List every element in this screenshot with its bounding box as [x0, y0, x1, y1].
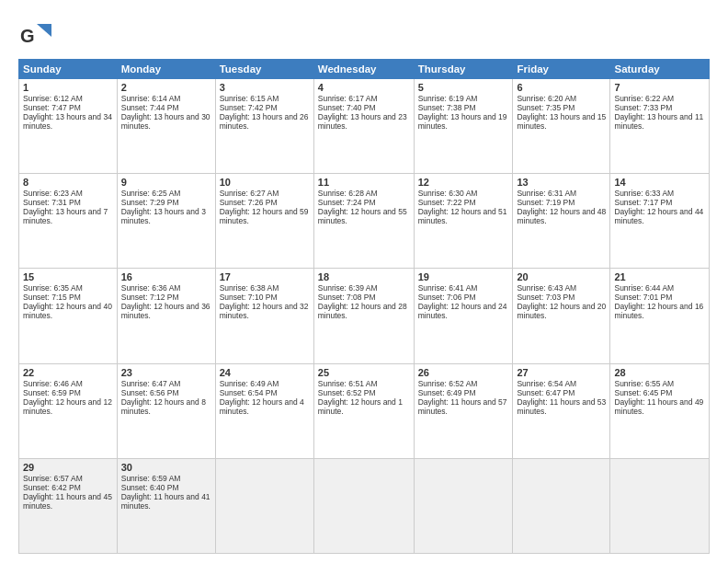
- calendar-cell: 16 Sunrise: 6:36 AM Sunset: 7:12 PM Dayl…: [117, 269, 215, 363]
- sunset-text: Sunset: 7:15 PM: [23, 293, 81, 302]
- calendar-cell: 13 Sunrise: 6:31 AM Sunset: 7:19 PM Dayl…: [513, 174, 610, 269]
- calendar-cell: [313, 458, 414, 553]
- day-number: 6: [517, 82, 606, 93]
- sunset-text: Sunset: 6:47 PM: [517, 388, 574, 397]
- calendar-cell: 3 Sunrise: 6:15 AM Sunset: 7:42 PM Dayli…: [215, 79, 313, 174]
- daylight-text: Daylight: 13 hours and 26 minutes.: [220, 112, 309, 131]
- sunrise-text: Sunrise: 6:15 AM: [220, 94, 279, 103]
- sunrise-text: Sunrise: 6:17 AM: [318, 94, 378, 103]
- sunset-text: Sunset: 7:03 PM: [517, 293, 574, 302]
- day-number: 19: [418, 271, 509, 282]
- calendar-cell: 22 Sunrise: 6:46 AM Sunset: 6:59 PM Dayl…: [19, 363, 118, 458]
- day-number: 14: [614, 177, 705, 188]
- day-number: 20: [517, 271, 606, 282]
- daylight-text: Daylight: 11 hours and 49 minutes.: [614, 397, 703, 416]
- sunset-text: Sunset: 7:26 PM: [220, 198, 278, 207]
- daylight-text: Daylight: 12 hours and 48 minutes.: [517, 207, 606, 225]
- calendar-week-row: 22 Sunrise: 6:46 AM Sunset: 6:59 PM Dayl…: [19, 363, 710, 458]
- calendar-cell: 18 Sunrise: 6:39 AM Sunset: 7:08 PM Dayl…: [313, 269, 414, 363]
- day-number: 26: [418, 367, 509, 378]
- calendar-cell: 30 Sunrise: 6:59 AM Sunset: 6:40 PM Dayl…: [117, 458, 215, 553]
- calendar-cell: 28 Sunrise: 6:55 AM Sunset: 6:45 PM Dayl…: [610, 363, 710, 458]
- logo: G: [18, 20, 55, 53]
- daylight-text: Daylight: 11 hours and 57 minutes.: [418, 397, 507, 416]
- sunrise-text: Sunrise: 6:54 AM: [517, 379, 576, 388]
- day-number: 29: [23, 462, 113, 473]
- sunrise-text: Sunrise: 6:33 AM: [614, 189, 674, 198]
- day-number: 2: [121, 82, 211, 93]
- day-number: 15: [23, 271, 113, 282]
- col-friday: Friday: [513, 60, 610, 79]
- daylight-text: Daylight: 12 hours and 28 minutes.: [318, 302, 407, 320]
- day-number: 21: [614, 271, 705, 282]
- sunset-text: Sunset: 7:33 PM: [614, 103, 672, 112]
- daylight-text: Daylight: 12 hours and 1 minute.: [318, 397, 403, 416]
- sunrise-text: Sunrise: 6:22 AM: [614, 94, 674, 103]
- daylight-text: Daylight: 13 hours and 7 minutes.: [23, 207, 108, 225]
- sunrise-text: Sunrise: 6:47 AM: [121, 379, 181, 388]
- sunrise-text: Sunrise: 6:23 AM: [23, 189, 83, 198]
- calendar-cell: 25 Sunrise: 6:51 AM Sunset: 6:52 PM Dayl…: [313, 363, 414, 458]
- day-number: 16: [121, 271, 211, 282]
- daylight-text: Daylight: 13 hours and 19 minutes.: [418, 112, 507, 131]
- sunset-text: Sunset: 6:59 PM: [23, 388, 81, 397]
- day-number: 13: [517, 177, 606, 188]
- sunset-text: Sunset: 6:52 PM: [318, 388, 376, 397]
- sunset-text: Sunset: 7:29 PM: [121, 198, 179, 207]
- day-number: 27: [517, 367, 606, 378]
- sunset-text: Sunset: 6:40 PM: [121, 483, 179, 492]
- calendar-cell: 24 Sunrise: 6:49 AM Sunset: 6:54 PM Dayl…: [215, 363, 313, 458]
- sunset-text: Sunset: 7:42 PM: [220, 103, 278, 112]
- sunrise-text: Sunrise: 6:25 AM: [121, 189, 181, 198]
- sunset-text: Sunset: 7:35 PM: [517, 103, 574, 112]
- sunrise-text: Sunrise: 6:28 AM: [318, 189, 378, 198]
- day-number: 3: [220, 82, 310, 93]
- sunset-text: Sunset: 7:44 PM: [121, 103, 179, 112]
- sunrise-text: Sunrise: 6:19 AM: [418, 94, 478, 103]
- daylight-text: Daylight: 12 hours and 8 minutes.: [121, 397, 206, 416]
- daylight-text: Daylight: 12 hours and 32 minutes.: [220, 302, 309, 320]
- daylight-text: Daylight: 13 hours and 11 minutes.: [614, 112, 703, 131]
- sunset-text: Sunset: 7:24 PM: [318, 198, 376, 207]
- sunset-text: Sunset: 7:10 PM: [220, 293, 278, 302]
- sunrise-text: Sunrise: 6:44 AM: [614, 283, 674, 293]
- calendar-week-row: 15 Sunrise: 6:35 AM Sunset: 7:15 PM Dayl…: [19, 269, 710, 363]
- sunset-text: Sunset: 7:40 PM: [318, 103, 376, 112]
- sunset-text: Sunset: 7:01 PM: [614, 293, 672, 302]
- sunset-text: Sunset: 7:22 PM: [418, 198, 476, 207]
- calendar-cell: [513, 458, 610, 553]
- sunrise-text: Sunrise: 6:38 AM: [220, 283, 279, 293]
- calendar-cell: [215, 458, 313, 553]
- calendar-cell: [610, 458, 710, 553]
- calendar-page: G Sunday Monday Tuesday Wednesday Thursd…: [0, 0, 728, 563]
- sunset-text: Sunset: 7:17 PM: [614, 198, 672, 207]
- sunrise-text: Sunrise: 6:20 AM: [517, 94, 576, 103]
- day-number: 10: [220, 177, 310, 188]
- calendar-cell: 6 Sunrise: 6:20 AM Sunset: 7:35 PM Dayli…: [513, 79, 610, 174]
- daylight-text: Daylight: 12 hours and 36 minutes.: [121, 302, 210, 320]
- sunset-text: Sunset: 6:56 PM: [121, 388, 179, 397]
- day-number: 24: [220, 367, 310, 378]
- calendar-week-row: 1 Sunrise: 6:12 AM Sunset: 7:47 PM Dayli…: [19, 79, 710, 174]
- daylight-text: Daylight: 12 hours and 16 minutes.: [614, 302, 703, 320]
- calendar-cell: 29 Sunrise: 6:57 AM Sunset: 6:42 PM Dayl…: [19, 458, 118, 553]
- day-number: 28: [614, 367, 705, 378]
- sunset-text: Sunset: 6:45 PM: [614, 388, 672, 397]
- col-saturday: Saturday: [610, 60, 710, 79]
- daylight-text: Daylight: 12 hours and 24 minutes.: [418, 302, 507, 320]
- daylight-text: Daylight: 13 hours and 34 minutes.: [23, 112, 112, 131]
- col-sunday: Sunday: [19, 60, 118, 79]
- daylight-text: Daylight: 12 hours and 40 minutes.: [23, 302, 112, 320]
- daylight-text: Daylight: 13 hours and 15 minutes.: [517, 112, 606, 131]
- calendar-cell: 2 Sunrise: 6:14 AM Sunset: 7:44 PM Dayli…: [117, 79, 215, 174]
- daylight-text: Daylight: 12 hours and 12 minutes.: [23, 397, 112, 416]
- sunset-text: Sunset: 7:38 PM: [418, 103, 476, 112]
- day-number: 7: [614, 82, 705, 93]
- sunset-text: Sunset: 6:54 PM: [220, 388, 278, 397]
- sunrise-text: Sunrise: 6:30 AM: [418, 189, 478, 198]
- sunrise-text: Sunrise: 6:27 AM: [220, 189, 279, 198]
- calendar-cell: 27 Sunrise: 6:54 AM Sunset: 6:47 PM Dayl…: [513, 363, 610, 458]
- daylight-text: Daylight: 13 hours and 30 minutes.: [121, 112, 210, 131]
- sunrise-text: Sunrise: 6:46 AM: [23, 379, 83, 388]
- calendar-cell: 26 Sunrise: 6:52 AM Sunset: 6:49 PM Dayl…: [414, 363, 513, 458]
